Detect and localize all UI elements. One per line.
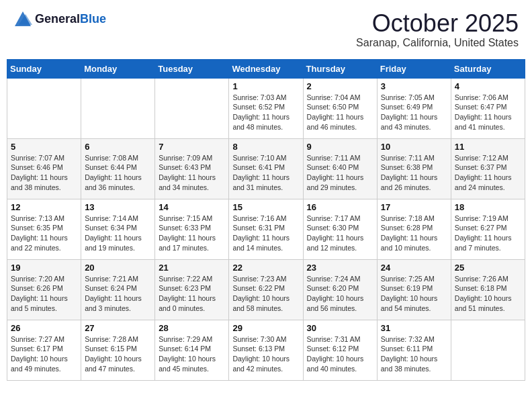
calendar-day-cell: 26Sunrise: 7:27 AMSunset: 6:17 PMDayligh… [7,320,81,380]
calendar-week-row: 12Sunrise: 7:13 AMSunset: 6:35 PMDayligh… [7,199,525,259]
calendar-day-cell: 7Sunrise: 7:09 AMSunset: 6:43 PMDaylight… [155,138,229,199]
day-number: 31 [381,323,447,333]
day-number: 27 [85,323,151,333]
day-info: Sunrise: 7:20 AMSunset: 6:26 PMDaylight:… [11,274,77,314]
month-title: October 2025 [356,10,519,37]
day-number: 12 [11,202,77,212]
day-info: Sunrise: 7:28 AMSunset: 6:15 PMDaylight:… [85,334,151,374]
day-info: Sunrise: 7:17 AMSunset: 6:30 PMDaylight:… [307,214,373,253]
day-number: 9 [307,142,373,152]
calendar-week-row: 26Sunrise: 7:27 AMSunset: 6:17 PMDayligh… [7,320,525,380]
day-info: Sunrise: 7:26 AMSunset: 6:18 PMDaylight:… [455,274,521,314]
day-number: 20 [85,263,151,273]
day-number: 28 [159,323,225,333]
day-number: 24 [381,263,447,273]
calendar-day-cell: 22Sunrise: 7:23 AMSunset: 6:22 PMDayligh… [229,259,303,320]
day-info: Sunrise: 7:07 AMSunset: 6:46 PMDaylight:… [11,153,77,193]
calendar-day-cell: 25Sunrise: 7:26 AMSunset: 6:18 PMDayligh… [451,259,525,320]
calendar-day-cell: 11Sunrise: 7:12 AMSunset: 6:37 PMDayligh… [451,138,525,199]
day-info: Sunrise: 7:11 AMSunset: 6:40 PMDaylight:… [307,153,373,193]
weekday-header-row: SundayMondayTuesdayWednesdayThursdayFrid… [7,59,525,78]
calendar-week-row: 5Sunrise: 7:07 AMSunset: 6:46 PMDaylight… [7,138,525,199]
day-info: Sunrise: 7:04 AMSunset: 6:50 PMDaylight:… [307,93,373,132]
day-info: Sunrise: 7:15 AMSunset: 6:33 PMDaylight:… [159,214,225,253]
day-info: Sunrise: 7:23 AMSunset: 6:22 PMDaylight:… [232,274,299,314]
day-number: 26 [11,323,77,333]
calendar-day-cell: 10Sunrise: 7:11 AMSunset: 6:38 PMDayligh… [377,138,451,199]
day-number: 8 [232,142,299,152]
calendar-day-cell: 14Sunrise: 7:15 AMSunset: 6:33 PMDayligh… [155,199,229,259]
day-info: Sunrise: 7:08 AMSunset: 6:44 PMDaylight:… [85,153,151,193]
calendar-day-cell: 8Sunrise: 7:10 AMSunset: 6:41 PMDaylight… [229,138,303,199]
day-number: 11 [455,142,521,152]
day-info: Sunrise: 7:05 AMSunset: 6:49 PMDaylight:… [381,93,447,132]
day-number: 2 [307,81,373,91]
calendar-day-cell: 31Sunrise: 7:32 AMSunset: 6:11 PMDayligh… [377,320,451,380]
day-number: 5 [11,142,77,152]
calendar-day-cell: 29Sunrise: 7:30 AMSunset: 6:13 PMDayligh… [229,320,303,380]
weekday-header-cell: Tuesday [155,59,229,78]
calendar-day-cell: 28Sunrise: 7:29 AMSunset: 6:14 PMDayligh… [155,320,229,380]
calendar-day-cell: 12Sunrise: 7:13 AMSunset: 6:35 PMDayligh… [7,199,81,259]
day-number: 18 [455,202,521,212]
calendar-week-row: 1Sunrise: 7:03 AMSunset: 6:52 PMDaylight… [7,78,525,138]
day-info: Sunrise: 7:31 AMSunset: 6:12 PMDaylight:… [307,334,373,374]
title-area: October 2025 Saranap, California, United… [356,10,519,49]
day-info: Sunrise: 7:30 AMSunset: 6:13 PMDaylight:… [232,334,299,374]
calendar-day-cell: 2Sunrise: 7:04 AMSunset: 6:50 PMDaylight… [303,78,377,138]
calendar-day-cell: 21Sunrise: 7:22 AMSunset: 6:23 PMDayligh… [155,259,229,320]
calendar-day-cell: 24Sunrise: 7:25 AMSunset: 6:19 PMDayligh… [377,259,451,320]
day-info: Sunrise: 7:16 AMSunset: 6:31 PMDaylight:… [232,214,299,253]
logo-icon [13,10,32,29]
calendar-table: SundayMondayTuesdayWednesdayThursdayFrid… [7,59,525,381]
calendar-day-cell: 20Sunrise: 7:21 AMSunset: 6:24 PMDayligh… [81,259,155,320]
page-header: GeneralBlue October 2025 Saranap, Califo… [7,7,525,52]
day-number: 6 [85,142,151,152]
day-info: Sunrise: 7:10 AMSunset: 6:41 PMDaylight:… [232,153,299,193]
calendar-day-cell: 18Sunrise: 7:19 AMSunset: 6:27 PMDayligh… [451,199,525,259]
day-number: 19 [11,263,77,273]
day-info: Sunrise: 7:11 AMSunset: 6:38 PMDaylight:… [381,153,447,193]
day-number: 16 [307,202,373,212]
weekday-header-cell: Friday [377,59,451,78]
day-info: Sunrise: 7:06 AMSunset: 6:47 PMDaylight:… [455,93,521,132]
logo: GeneralBlue [13,10,106,29]
day-info: Sunrise: 7:09 AMSunset: 6:43 PMDaylight:… [159,153,225,193]
day-info: Sunrise: 7:19 AMSunset: 6:27 PMDaylight:… [455,214,521,253]
weekday-header-cell: Monday [81,59,155,78]
calendar-day-cell: 17Sunrise: 7:18 AMSunset: 6:28 PMDayligh… [377,199,451,259]
day-number: 29 [232,323,299,333]
weekday-header-cell: Thursday [303,59,377,78]
day-info: Sunrise: 7:14 AMSunset: 6:34 PMDaylight:… [85,214,151,253]
day-info: Sunrise: 7:18 AMSunset: 6:28 PMDaylight:… [381,214,447,253]
day-number: 23 [307,263,373,273]
day-number: 10 [381,142,447,152]
weekday-header-cell: Saturday [451,59,525,78]
day-number: 30 [307,323,373,333]
calendar-day-cell: 27Sunrise: 7:28 AMSunset: 6:15 PMDayligh… [81,320,155,380]
calendar-day-cell: 15Sunrise: 7:16 AMSunset: 6:31 PMDayligh… [229,199,303,259]
calendar-day-cell [7,78,81,138]
calendar-day-cell [451,320,525,380]
calendar-day-cell: 30Sunrise: 7:31 AMSunset: 6:12 PMDayligh… [303,320,377,380]
calendar-day-cell: 5Sunrise: 7:07 AMSunset: 6:46 PMDaylight… [7,138,81,199]
calendar-day-cell: 6Sunrise: 7:08 AMSunset: 6:44 PMDaylight… [81,138,155,199]
calendar-day-cell: 23Sunrise: 7:24 AMSunset: 6:20 PMDayligh… [303,259,377,320]
day-number: 25 [455,263,521,273]
calendar-day-cell [155,78,229,138]
calendar-day-cell: 1Sunrise: 7:03 AMSunset: 6:52 PMDaylight… [229,78,303,138]
weekday-header-cell: Wednesday [229,59,303,78]
day-info: Sunrise: 7:27 AMSunset: 6:17 PMDaylight:… [11,334,77,374]
calendar-day-cell: 4Sunrise: 7:06 AMSunset: 6:47 PMDaylight… [451,78,525,138]
day-info: Sunrise: 7:24 AMSunset: 6:20 PMDaylight:… [307,274,373,314]
logo-general-text: GeneralBlue [35,13,106,26]
calendar-day-cell: 9Sunrise: 7:11 AMSunset: 6:40 PMDaylight… [303,138,377,199]
day-number: 14 [159,202,225,212]
day-info: Sunrise: 7:13 AMSunset: 6:35 PMDaylight:… [11,214,77,253]
day-number: 17 [381,202,447,212]
weekday-header-cell: Sunday [7,59,81,78]
day-number: 15 [232,202,299,212]
day-info: Sunrise: 7:22 AMSunset: 6:23 PMDaylight:… [159,274,225,314]
day-info: Sunrise: 7:12 AMSunset: 6:37 PMDaylight:… [455,153,521,193]
day-info: Sunrise: 7:32 AMSunset: 6:11 PMDaylight:… [381,334,447,374]
